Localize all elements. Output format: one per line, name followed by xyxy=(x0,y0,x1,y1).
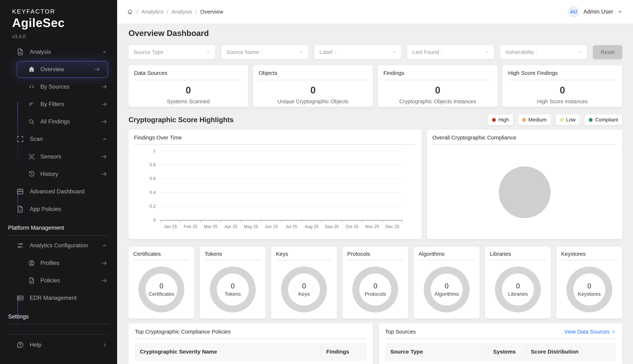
sidebar-divider xyxy=(8,235,109,236)
card-divider xyxy=(134,144,416,145)
filter-label: Source Type xyxy=(134,49,163,55)
sidebar-item-edr-management[interactable]: EDR Management xyxy=(0,289,117,307)
sidebar-item-app-policies[interactable]: App Policies xyxy=(0,200,117,218)
y-axis-tick: 0.8 xyxy=(134,162,156,167)
chevron-up-icon xyxy=(102,49,108,55)
donut-card-keys: Keys 0 Keys xyxy=(271,247,337,318)
legend-chip-low[interactable]: Low xyxy=(556,114,579,125)
dashboard-grid-icon xyxy=(16,188,24,196)
stat-value: 0 xyxy=(508,84,617,96)
sidebar-group-analysis[interactable]: Analysis xyxy=(0,43,117,61)
sidebar-group-scan[interactable]: Scan xyxy=(0,130,117,148)
filter-vulnerability[interactable]: Vulnerability xyxy=(500,45,587,59)
sidebar-item-label: History xyxy=(40,171,58,178)
legend-dot xyxy=(492,118,496,122)
filter-source-type[interactable]: Source Type xyxy=(129,45,215,59)
stat-label: Unique Cryptographic Objects xyxy=(259,98,367,104)
sidebar-item-advanced-dashboard[interactable]: Advanced Dashboard xyxy=(0,183,117,200)
donut-value: 0 xyxy=(445,282,448,290)
card-divider xyxy=(135,338,367,339)
avatar: AU xyxy=(568,6,579,18)
filter-label-dropdown[interactable]: Label xyxy=(314,45,401,59)
code-brackets-icon xyxy=(28,83,35,90)
stat-value: 0 xyxy=(383,84,492,96)
filter-separator xyxy=(537,49,537,55)
link-label: View Data Sources xyxy=(564,329,609,335)
sidebar-item-label: By Filters xyxy=(40,101,64,108)
donut-label: Algorithms xyxy=(434,291,459,297)
highlights-title: Cryptographic Score Highlights xyxy=(129,116,234,124)
donut-title: Algorithms xyxy=(419,251,475,257)
sidebar: KEYFACTOR AgileSec v3.4.0 Analysis Overv… xyxy=(0,0,117,364)
card-divider xyxy=(561,260,617,260)
sidebar-item-sensors[interactable]: Sensors xyxy=(0,148,117,165)
legend-chip-high[interactable]: High xyxy=(488,114,513,125)
donut-label: Libraries xyxy=(508,291,528,297)
sidebar-item-overview[interactable]: Overview xyxy=(17,61,108,78)
sidebar-group-analytics-configuration[interactable]: Analytics Configuration xyxy=(0,237,117,254)
breadcrumb-separator: / xyxy=(137,8,138,15)
filter-last-found[interactable]: Last Found xyxy=(407,45,494,59)
home-icon xyxy=(28,66,35,73)
stat-card-findings: Findings 0 Cryptographic Objects Instanc… xyxy=(378,65,497,107)
donut-chart: 0 Protocols xyxy=(352,266,398,312)
stat-label: Cryptographic Objects Instances xyxy=(383,98,492,104)
breadcrumb-item-analysis[interactable]: Analysis xyxy=(172,8,192,15)
donut-cards: Certificates 0 Certificates Tokens 0 Tok… xyxy=(129,247,622,318)
donut-chart: 0 Algorithms xyxy=(424,266,470,312)
user-menu[interactable]: AU Admin User xyxy=(568,6,623,18)
donut-value: 0 xyxy=(373,282,377,290)
donut-title: Certificates xyxy=(133,251,190,257)
stat-title: Objects xyxy=(259,70,367,76)
sidebar-item-profiles[interactable]: Profiles xyxy=(0,254,117,272)
legend-chip-medium[interactable]: Medium xyxy=(518,114,551,125)
donut-card-tokens: Tokens 0 Tokens xyxy=(200,247,265,318)
sidebar-item-label: Policies xyxy=(40,277,60,284)
sidebar-item-label: EDR Management xyxy=(30,295,77,301)
arrow-right-icon xyxy=(101,118,108,125)
sidebar-divider xyxy=(8,324,109,324)
card-divider xyxy=(432,144,617,145)
card-divider xyxy=(276,260,332,260)
breadcrumb-item-analytics[interactable]: Analytics xyxy=(141,8,163,15)
y-axis-tick: 0 xyxy=(134,218,156,223)
arrow-right-icon xyxy=(101,170,108,178)
table-header: Cryptographic Severity Name Findings xyxy=(135,342,367,361)
sidebar-item-label: Profiles xyxy=(40,260,59,266)
legend-chip-compliant[interactable]: Compliant xyxy=(585,114,622,125)
sidebar-item-all-findings[interactable]: All Findings xyxy=(0,113,117,130)
sidebar-item-by-sources[interactable]: By Sources xyxy=(0,78,117,96)
filter-label: Vulnerability xyxy=(505,49,534,55)
legend-dot xyxy=(522,118,526,122)
filter-row: Source Type Source Name Label Last Found… xyxy=(129,45,622,59)
filter-label: Label xyxy=(319,49,332,55)
donut-chart: 0 Keystores xyxy=(566,266,612,312)
donut-value: 0 xyxy=(302,282,306,290)
breadcrumb-separator: / xyxy=(195,8,197,15)
brand-version: v3.4.0 xyxy=(12,34,117,40)
card-divider xyxy=(385,338,616,339)
filter-source-name[interactable]: Source Name xyxy=(221,45,308,59)
sidebar-item-history[interactable]: History xyxy=(0,165,117,183)
legend-label: High xyxy=(498,117,509,123)
home-icon[interactable] xyxy=(127,8,133,15)
chevron-right-icon xyxy=(611,329,616,334)
page-title: Overview Dashboard xyxy=(129,28,622,38)
chevron-down-icon xyxy=(577,50,582,55)
sidebar-item-help[interactable]: Help xyxy=(0,336,117,354)
sidebar-item-policies[interactable]: Policies xyxy=(0,272,117,289)
user-name: Admin User xyxy=(583,8,613,15)
view-data-sources-link[interactable]: View Data Sources xyxy=(564,329,616,335)
donut-card-libraries: Libraries 0 Libraries xyxy=(485,247,551,318)
breadcrumb-item-overview: Overview xyxy=(200,8,223,15)
donut-card-certificates: Certificates 0 Certificates xyxy=(129,247,194,318)
sidebar-item-by-filters[interactable]: By Filters xyxy=(0,96,117,113)
gridline xyxy=(160,164,402,165)
card-divider xyxy=(134,80,243,80)
sidebar-item-label: App Policies xyxy=(30,206,61,212)
card-divider xyxy=(419,260,475,260)
reset-button[interactable]: Reset xyxy=(593,45,622,59)
table-title: Top Cryptographic Compliance Policies xyxy=(135,328,231,335)
sidebar-section-platform-management: Platform Management xyxy=(8,224,117,231)
table-title: Top Sources xyxy=(385,328,416,335)
